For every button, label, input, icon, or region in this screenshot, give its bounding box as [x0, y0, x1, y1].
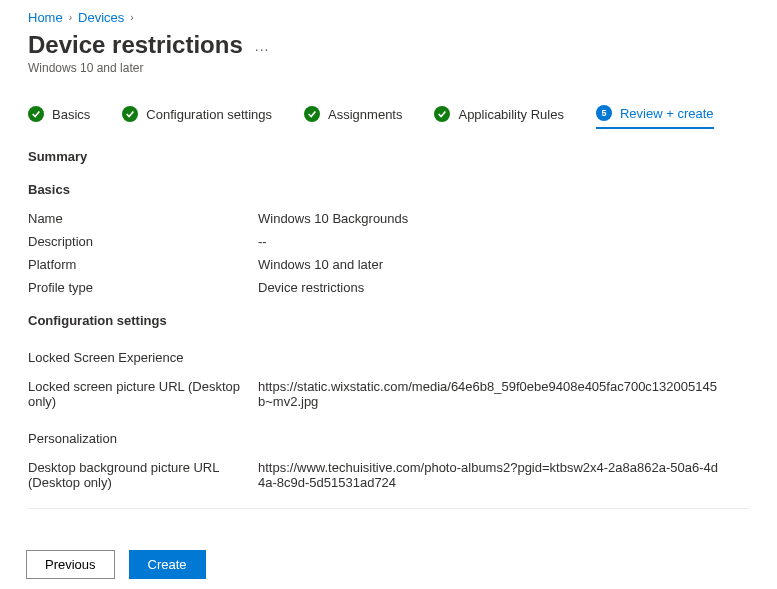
- profile-type-label: Profile type: [28, 280, 258, 295]
- description-label: Description: [28, 234, 258, 249]
- kv-row: Description --: [28, 234, 749, 249]
- tab-label: Configuration settings: [146, 107, 272, 122]
- chevron-right-icon: ›: [130, 12, 133, 23]
- breadcrumb: Home › Devices ›: [28, 10, 749, 25]
- previous-button[interactable]: Previous: [26, 550, 115, 579]
- page-title: Device restrictions: [28, 31, 243, 59]
- tab-basics[interactable]: Basics: [28, 105, 90, 129]
- kv-row: Locked screen picture URL (Desktop only)…: [28, 379, 749, 409]
- tab-label: Applicability Rules: [458, 107, 564, 122]
- chevron-right-icon: ›: [69, 12, 72, 23]
- desktop-url-value: https://www.techuisitive.com/photo-album…: [258, 460, 718, 490]
- tab-review-create[interactable]: 5 Review + create: [596, 105, 714, 129]
- step-number-icon: 5: [596, 105, 612, 121]
- desktop-url-label: Desktop background picture URL (Desktop …: [28, 460, 258, 490]
- kv-row: Profile type Device restrictions: [28, 280, 749, 295]
- platform-value: Windows 10 and later: [258, 257, 383, 272]
- kv-row: Desktop background picture URL (Desktop …: [28, 460, 749, 490]
- description-value: --: [258, 234, 267, 249]
- more-icon[interactable]: ···: [255, 33, 270, 57]
- breadcrumb-devices[interactable]: Devices: [78, 10, 124, 25]
- check-icon: [122, 106, 138, 122]
- tab-label: Review + create: [620, 106, 714, 121]
- summary-heading: Summary: [28, 149, 749, 164]
- wizard-tabs: Basics Configuration settings Assignment…: [28, 105, 749, 129]
- footer-actions: Previous Create: [26, 550, 206, 579]
- name-label: Name: [28, 211, 258, 226]
- tab-label: Assignments: [328, 107, 402, 122]
- name-value: Windows 10 Backgrounds: [258, 211, 408, 226]
- tab-applicability-rules[interactable]: Applicability Rules: [434, 105, 564, 129]
- locked-screen-heading: Locked Screen Experience: [28, 350, 749, 365]
- tab-configuration-settings[interactable]: Configuration settings: [122, 105, 272, 129]
- create-button[interactable]: Create: [129, 550, 206, 579]
- basics-heading: Basics: [28, 182, 749, 197]
- check-icon: [28, 106, 44, 122]
- tab-assignments[interactable]: Assignments: [304, 105, 402, 129]
- locked-url-value: https://static.wixstatic.com/media/64e6b…: [258, 379, 718, 409]
- locked-url-label: Locked screen picture URL (Desktop only): [28, 379, 258, 409]
- page-subtitle: Windows 10 and later: [28, 61, 749, 75]
- check-icon: [434, 106, 450, 122]
- profile-type-value: Device restrictions: [258, 280, 364, 295]
- truncated-divider: [28, 508, 749, 515]
- breadcrumb-home[interactable]: Home: [28, 10, 63, 25]
- check-icon: [304, 106, 320, 122]
- kv-row: Name Windows 10 Backgrounds: [28, 211, 749, 226]
- personalization-heading: Personalization: [28, 431, 749, 446]
- tab-label: Basics: [52, 107, 90, 122]
- kv-row: Platform Windows 10 and later: [28, 257, 749, 272]
- platform-label: Platform: [28, 257, 258, 272]
- config-heading: Configuration settings: [28, 313, 749, 328]
